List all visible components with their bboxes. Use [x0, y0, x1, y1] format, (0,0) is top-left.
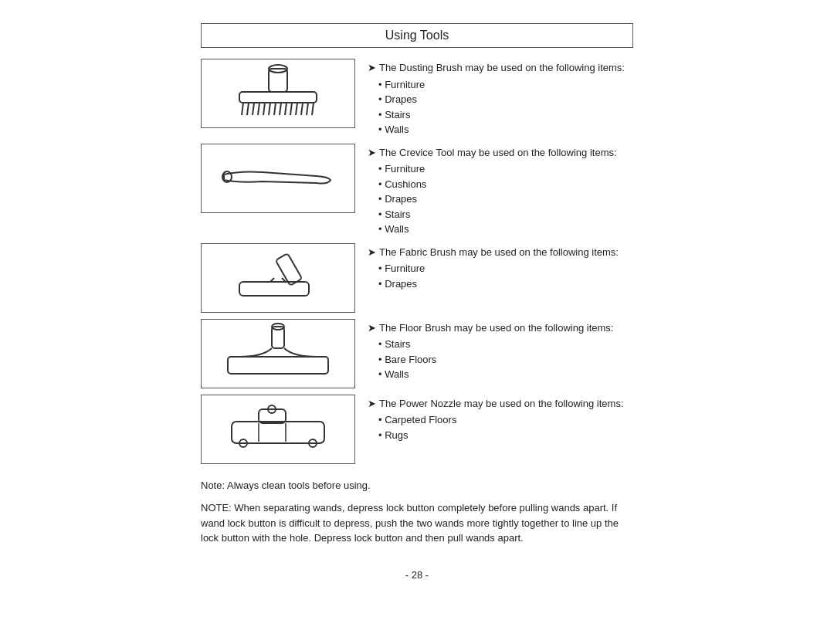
svg-line-14	[301, 103, 303, 115]
list-item: Furniture	[378, 77, 633, 93]
dusting-brush-image	[201, 59, 355, 128]
dusting-brush-list: Furniture Drapes Stairs Walls	[368, 77, 633, 137]
power-nozzle-description: ➤ The Power Nozzle may be used on the fo…	[368, 395, 633, 443]
svg-line-3	[242, 103, 243, 115]
list-item: Walls	[378, 367, 633, 382]
list-item: Drapes	[378, 92, 633, 107]
list-item: Drapes	[378, 192, 633, 207]
arrow-icon: ➤	[368, 145, 376, 161]
page-container: Using Tools	[201, 23, 633, 581]
list-item: Walls	[378, 122, 633, 137]
svg-line-6	[258, 103, 259, 115]
list-item: Stairs	[378, 107, 633, 123]
tools-section: ➤ The Dusting Brush may be used on the f…	[201, 59, 633, 470]
list-item: Furniture	[378, 261, 633, 276]
fabric-brush-image	[201, 243, 355, 313]
svg-line-13	[296, 103, 297, 115]
svg-rect-2	[239, 92, 317, 103]
dusting-brush-description: ➤ The Dusting Brush may be used on the f…	[368, 59, 633, 137]
fabric-brush-svg	[216, 247, 340, 309]
floor-brush-intro: ➤ The Floor Brush may be used on the fol…	[368, 320, 633, 336]
svg-line-15	[307, 103, 308, 115]
arrow-icon: ➤	[368, 396, 376, 412]
fabric-brush-intro-text: The Fabric Brush may be used on the foll…	[379, 245, 619, 260]
floor-brush-svg	[216, 323, 340, 385]
list-item: Walls	[378, 222, 633, 237]
tool-row-dusting-brush: ➤ The Dusting Brush may be used on the f…	[201, 59, 633, 137]
list-item: Carpeted Floors	[378, 412, 633, 428]
note2-text: NOTE: When separating wands, depress loc…	[201, 500, 633, 546]
power-nozzle-list: Carpeted Floors Rugs	[368, 412, 633, 442]
power-nozzle-image	[201, 395, 355, 464]
power-nozzle-intro: ➤ The Power Nozzle may be used on the fo…	[368, 396, 633, 412]
fabric-brush-description: ➤ The Fabric Brush may be used on the fo…	[368, 243, 633, 292]
crevice-tool-intro: ➤ The Crevice Tool may be used on the fo…	[368, 145, 633, 161]
page-footer: - 28 -	[201, 569, 633, 581]
dusting-brush-intro-text: The Dusting Brush may be used on the fol…	[379, 60, 625, 76]
tool-row-power-nozzle: ➤ The Power Nozzle may be used on the fo…	[201, 395, 633, 464]
svg-line-9	[274, 103, 276, 115]
floor-brush-intro-text: The Floor Brush may be used on the follo…	[379, 320, 613, 336]
crevice-tool-svg	[216, 155, 340, 202]
list-item: Stairs	[378, 207, 633, 222]
crevice-tool-list: Furniture Cushions Drapes Stairs Walls	[368, 161, 633, 237]
svg-rect-19	[239, 282, 309, 296]
notes-section: Note: Always clean tools before using. N…	[201, 478, 633, 546]
crevice-tool-image	[201, 144, 355, 213]
arrow-icon: ➤	[368, 60, 376, 76]
list-item: Bare Floors	[378, 352, 633, 368]
svg-line-5	[253, 103, 254, 115]
page-title: Using Tools	[201, 23, 633, 48]
power-nozzle-intro-text: The Power Nozzle may be used on the foll…	[379, 396, 624, 412]
crevice-tool-intro-text: The Crevice Tool may be used on the foll…	[379, 145, 617, 161]
svg-line-10	[280, 103, 281, 115]
fabric-brush-list: Furniture Drapes	[368, 261, 633, 291]
svg-rect-24	[228, 357, 328, 374]
arrow-icon: ➤	[368, 320, 376, 336]
list-item: Cushions	[378, 177, 633, 192]
dusting-brush-intro: ➤ The Dusting Brush may be used on the f…	[368, 60, 633, 76]
power-nozzle-svg	[216, 400, 340, 458]
list-item: Drapes	[378, 276, 633, 292]
list-item: Furniture	[378, 161, 633, 177]
svg-rect-18	[276, 253, 303, 286]
svg-line-12	[290, 103, 292, 115]
svg-line-11	[285, 103, 286, 115]
floor-brush-description: ➤ The Floor Brush may be used on the fol…	[368, 319, 633, 382]
list-item: Rugs	[378, 428, 633, 443]
fabric-brush-intro: ➤ The Fabric Brush may be used on the fo…	[368, 245, 633, 260]
arrow-icon: ➤	[368, 245, 376, 260]
svg-line-7	[263, 103, 265, 115]
floor-brush-list: Stairs Bare Floors Walls	[368, 337, 633, 382]
crevice-tool-description: ➤ The Crevice Tool may be used on the fo…	[368, 144, 633, 237]
dusting-brush-svg	[216, 63, 340, 124]
svg-line-8	[269, 103, 270, 115]
tool-row-floor-brush: ➤ The Floor Brush may be used on the fol…	[201, 319, 633, 388]
tool-row-fabric-brush: ➤ The Fabric Brush may be used on the fo…	[201, 243, 633, 313]
list-item: Stairs	[378, 337, 633, 352]
svg-line-4	[247, 103, 249, 115]
svg-line-16	[312, 103, 314, 115]
note1-text: Note: Always clean tools before using.	[201, 478, 633, 493]
tool-row-crevice-tool: ➤ The Crevice Tool may be used on the fo…	[201, 144, 633, 237]
floor-brush-image	[201, 319, 355, 388]
